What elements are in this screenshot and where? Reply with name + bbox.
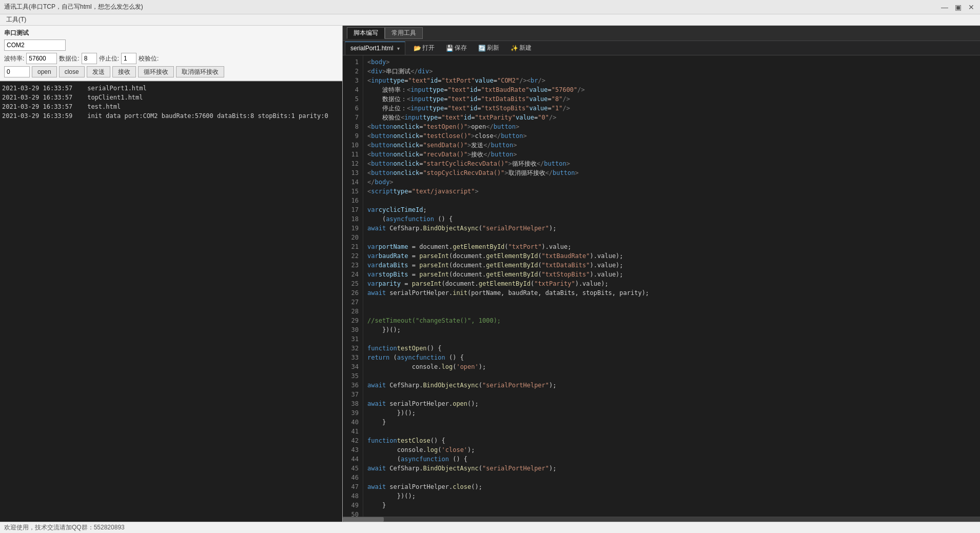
line-number: 49 [343, 501, 359, 510]
close-button-serial[interactable]: close [59, 66, 85, 77]
action-open-button[interactable]: 📂 打开 [409, 43, 439, 53]
send-value-input[interactable] [4, 66, 30, 77]
line-number: 43 [343, 445, 359, 455]
code-line: await CefSharp.BindObjectAsync("serialPo… [367, 464, 976, 473]
line-number: 8 [343, 122, 359, 131]
menu-tools[interactable]: 工具(T) [2, 14, 30, 25]
params-row: 波特率: 数据位: 停止位: 校验位: [4, 53, 338, 64]
code-line: 波特率：<input type="text" id="txtBaudRate" … [367, 85, 976, 94]
code-line: <button onclick="recvData()">接收</button> [367, 150, 976, 159]
code-line: //setTimeout("changeState()", 1000); [367, 316, 976, 325]
code-line: function testClose() { [367, 436, 976, 445]
window-controls: — ▣ ✕ [940, 3, 976, 12]
line-number: 48 [343, 491, 359, 501]
stopbits-input[interactable] [121, 53, 136, 64]
line-number: 33 [343, 353, 359, 362]
line-number: 25 [343, 279, 359, 288]
main-container: 串口测试 波特率: 数据位: 停止位: 校验位: open close 发送 接… [0, 26, 980, 522]
file-tab-serial[interactable]: serialPort1.html ▾ [345, 42, 405, 55]
action-save-button[interactable]: 💾 保存 [442, 43, 471, 53]
open-label: 打开 [422, 44, 435, 52]
title-bar: 通讯工具(串口TCP，自己写html，想怎么发怎么发) — ▣ ✕ [0, 0, 980, 14]
code-line: } [367, 501, 976, 510]
send-button[interactable]: 发送 [87, 66, 110, 77]
code-content[interactable]: <body> <div>串口测试</div> <input type="text… [363, 55, 980, 517]
code-line: await serialPortHelper.init(portName, ba… [367, 288, 976, 298]
code-line [367, 334, 976, 344]
cyclic-recv-button[interactable]: 循环接收 [138, 66, 174, 77]
code-line: await serialPortHelper.open(); [367, 399, 976, 408]
line-number: 36 [343, 381, 359, 390]
folder-icon: 📂 [414, 45, 421, 52]
line-number: 9 [343, 131, 359, 141]
action-refresh-button[interactable]: 🔄 刷新 [474, 43, 503, 53]
serial-title: 串口测试 [4, 29, 338, 37]
editor-actions: 📂 打开 💾 保存 🔄 刷新 ✨ 新建 [409, 43, 536, 53]
line-number: 4 [343, 85, 359, 94]
scrollbar-thumb[interactable] [343, 517, 384, 522]
code-line: await serialPortHelper.close(); [367, 482, 976, 491]
line-number: 19 [343, 224, 359, 233]
code-line: var parity = parseInt(document.getElemen… [367, 279, 976, 288]
code-line: <button onclick="testOpen()">open</butto… [367, 122, 976, 131]
code-line [367, 233, 976, 242]
line-number: 44 [343, 455, 359, 464]
save-label: 保存 [455, 44, 467, 52]
code-line: <body> [367, 57, 976, 67]
horizontal-scrollbar[interactable] [343, 517, 980, 522]
status-text: 欢迎使用，技术交流请加QQ群：552820893 [4, 523, 125, 532]
open-button[interactable]: open [32, 66, 57, 77]
menu-bar: 工具(T) [0, 14, 980, 26]
baud-label: 波特率: [4, 54, 24, 63]
tab-script[interactable]: 脚本编写 [347, 27, 385, 39]
minimize-button[interactable]: — [940, 3, 949, 12]
line-number: 24 [343, 270, 359, 279]
line-number: 27 [343, 298, 359, 307]
line-number: 20 [343, 233, 359, 242]
line-number: 15 [343, 187, 359, 196]
refresh-icon: 🔄 [478, 45, 485, 52]
right-panel: 脚本编写 常用工具 serialPort1.html ▾ 📂 打开 💾 保存 [343, 26, 980, 522]
log-area: 2021-03-29 16:33:57 serialPort1.html2021… [0, 81, 342, 522]
line-number: 35 [343, 371, 359, 381]
file-tab-bar: serialPort1.html ▾ 📂 打开 💾 保存 🔄 刷新 ✨ [343, 41, 980, 55]
code-line: var dataBits = parseInt(document.getElem… [367, 261, 976, 270]
code-line [367, 390, 976, 399]
code-line: } [367, 418, 976, 427]
maximize-button[interactable]: ▣ [953, 3, 963, 12]
action-new-button[interactable]: ✨ 新建 [506, 43, 536, 53]
code-line [367, 307, 976, 316]
port-row [4, 40, 338, 51]
tab-tools[interactable]: 常用工具 [385, 27, 423, 39]
code-line [367, 371, 976, 381]
line-number: 50 [343, 510, 359, 517]
close-button[interactable]: ✕ [967, 3, 976, 12]
code-line: console.log('close'); [367, 445, 976, 455]
line-number: 30 [343, 325, 359, 334]
code-line: <button onclick="sendData()">发送</button> [367, 141, 976, 150]
line-number: 21 [343, 242, 359, 251]
line-number: 42 [343, 436, 359, 445]
code-line: var baudRate = parseInt(document.getElem… [367, 251, 976, 261]
line-number: 37 [343, 390, 359, 399]
cancel-cyclic-button[interactable]: 取消循环接收 [176, 66, 224, 77]
code-line [367, 510, 976, 517]
code-editor: 1234567891011121314151617181920212223242… [343, 55, 980, 517]
code-line: <button onclick="stopCyclicRecvData()">取… [367, 168, 976, 177]
code-line: <div>串口测试</div> [367, 67, 976, 76]
recv-button[interactable]: 接收 [112, 66, 136, 77]
code-line: 校验位<input type="text" id="txtParity" val… [367, 113, 976, 122]
databits-input[interactable] [82, 53, 97, 64]
serial-section: 串口测试 波特率: 数据位: 停止位: 校验位: open close 发送 接… [0, 26, 342, 81]
code-line: var portName = document.getElementById("… [367, 242, 976, 251]
code-line: (async function () { [367, 214, 976, 224]
baud-input[interactable] [26, 53, 57, 64]
code-line: return (async function () { [367, 353, 976, 362]
line-number: 10 [343, 141, 359, 150]
scrollbar-track [343, 517, 980, 522]
code-line: await CefSharp.BindObjectAsync("serialPo… [367, 224, 976, 233]
code-line: console.log('open'); [367, 362, 976, 371]
line-number: 13 [343, 168, 359, 177]
port-input[interactable] [4, 40, 66, 51]
code-line: <input type="text" id="txtPort" value="C… [367, 76, 976, 85]
